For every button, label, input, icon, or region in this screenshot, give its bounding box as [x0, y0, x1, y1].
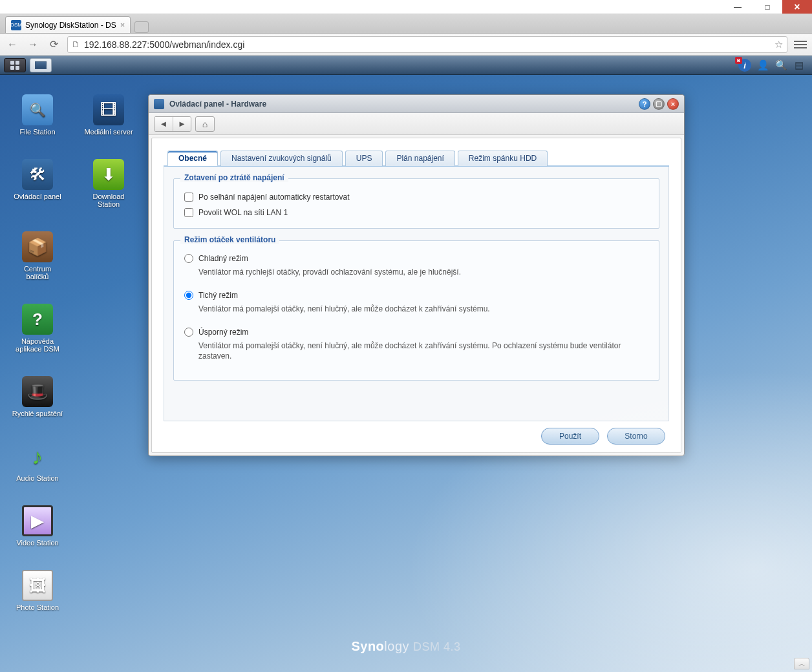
checkbox-wol[interactable]: Povolit WOL na síti LAN 1 — [183, 205, 650, 220]
desktop-icon-file-station[interactable]: File Station — [12, 94, 63, 136]
legend-power-recovery: Zotavení po ztrátě napájení — [180, 173, 288, 182]
window-close-button[interactable]: × — [667, 98, 679, 110]
desktop-icon-media-server[interactable]: 🎞Mediální server — [83, 94, 134, 136]
nav-group: ◄ ► — [154, 116, 191, 132]
photo-station-icon: 🖼 — [22, 570, 53, 601]
settings-tabbar: ObecnéNastavení zvukových signálůUPSPlán… — [164, 150, 669, 167]
widgets-button[interactable]: ▤ — [790, 58, 808, 72]
desktop-icon-dsm-help[interactable]: ?Nápověda aplikace DSM — [12, 304, 63, 353]
tab-title: Synology DiskStation - DS — [25, 21, 116, 30]
photo-station-label: Photo Station — [16, 604, 59, 611]
video-station-label: Video Station — [16, 539, 58, 547]
package-center-icon: 📦 — [22, 231, 53, 262]
info-icon: i B — [738, 59, 751, 72]
back-button[interactable]: ← — [5, 37, 19, 52]
window-titlebar[interactable]: Ovládací panel - Hardware ? ▢ × — [149, 95, 684, 113]
fieldset-fan-mode: Režim otáček ventilátoru Chladný režim V… — [173, 240, 659, 381]
dsm-taskbar: i B 👤 🔍 ▤ — [0, 56, 812, 75]
page-icon: 🗋 — [72, 39, 80, 49]
os-minimize-button[interactable]: — — [723, 0, 753, 14]
tab-0[interactable]: Obecné — [167, 151, 218, 166]
os-titlebar: — □ × — [0, 0, 812, 14]
radio-eco-mode-input[interactable] — [184, 328, 193, 337]
radio-cool-mode[interactable]: Chladný režim — [184, 254, 648, 263]
window-toolbar: ◄ ► ⌂ — [149, 113, 684, 135]
package-center-label: Centrum balíčků — [12, 265, 63, 280]
browser-tab[interactable]: DSM Synology DiskStation - DS × — [5, 16, 131, 33]
grid-icon — [10, 61, 19, 70]
radio-quiet-mode[interactable]: Tichý režim — [184, 291, 648, 300]
dsm-help-label: Nápověda aplikace DSM — [12, 337, 63, 353]
cancel-button[interactable]: Storno — [607, 428, 665, 445]
control-panel-window: Ovládací panel - Hardware ? ▢ × ◄ ► ⌂ Ob… — [148, 94, 685, 456]
desktop-icon-package-center[interactable]: 📦Centrum balíčků — [12, 231, 63, 280]
browser-menu-button[interactable] — [794, 41, 807, 48]
desktop-icon-audio-station[interactable]: ♪Audio Station — [12, 441, 63, 482]
forward-button[interactable]: → — [26, 37, 40, 52]
tab-close-icon[interactable]: × — [120, 20, 125, 30]
desktop-icon-video-station[interactable]: ▶Video Station — [12, 505, 63, 547]
brand-footer: SynologyDSM 4.3 — [351, 639, 460, 654]
reload-button[interactable]: ⟳ — [47, 37, 61, 52]
desktop-icon-quick-start[interactable]: 🎩Rychlé spuštění — [12, 376, 63, 417]
control-panel-icon — [35, 61, 47, 69]
radio-cool-mode-input[interactable] — [184, 254, 193, 263]
desktop-icon-photo-station[interactable]: 🖼Photo Station — [12, 570, 63, 611]
apply-button[interactable]: Použít — [541, 428, 599, 445]
user-icon: 👤 — [757, 59, 769, 71]
search-icon: 🔍 — [775, 59, 787, 71]
window-body: ObecnéNastavení zvukových signálůUPSPlán… — [151, 138, 681, 453]
tab-2[interactable]: UPS — [345, 151, 383, 166]
radio-eco-mode-label: Úsporný režim — [198, 328, 248, 337]
user-button[interactable]: 👤 — [754, 58, 772, 72]
radio-quiet-mode-label: Tichý režim — [198, 291, 238, 300]
desktop-icon-control-panel[interactable]: 🛠Ovládací panel — [12, 159, 63, 208]
tab-panel-general: Zotavení po ztrátě napájení Po selhání n… — [164, 167, 669, 421]
control-panel-icon: 🛠 — [22, 159, 53, 190]
bookmark-star-icon[interactable]: ☆ — [775, 39, 783, 50]
pilot-view-icon: ▤ — [795, 59, 804, 71]
window-help-button[interactable]: ? — [639, 98, 650, 110]
nav-back-button[interactable]: ◄ — [155, 117, 173, 131]
audio-station-icon: ♪ — [22, 441, 53, 472]
nav-home-button[interactable]: ⌂ — [195, 116, 215, 132]
radio-cool-mode-desc: Ventilátor má rychlejší otáčky, provádí … — [184, 263, 648, 286]
file-station-icon — [22, 94, 53, 125]
radio-quiet-mode-input[interactable] — [184, 291, 193, 300]
browser-tabstrip: DSM Synology DiskStation - DS × — [0, 14, 812, 34]
media-server-label: Mediální server — [84, 128, 133, 136]
checkbox-auto-restart[interactable]: Po selhání napájení automaticky restarto… — [183, 189, 650, 205]
browser-toolbar: ← → ⟳ 🗋 192.168.88.227:5000/webman/index… — [0, 34, 812, 56]
media-server-icon: 🎞 — [93, 94, 124, 125]
checkbox-auto-restart-label: Po selhání napájení automaticky restarto… — [198, 193, 349, 202]
radio-eco-mode[interactable]: Úsporný režim — [184, 328, 648, 337]
tab-1[interactable]: Nastavení zvukových signálů — [220, 151, 343, 166]
checkbox-wol-input[interactable] — [184, 208, 193, 217]
tab-4[interactable]: Režim spánku HDD — [458, 151, 548, 166]
radio-quiet-mode-desc: Ventilátor má pomalejší otáčky, není hlu… — [184, 300, 648, 322]
os-maximize-button[interactable]: □ — [753, 0, 782, 14]
download-station-label: Download Station — [83, 193, 134, 208]
checkbox-auto-restart-input[interactable] — [184, 193, 193, 202]
window-maximize-button[interactable]: ▢ — [653, 98, 665, 110]
notifications-button[interactable]: i B — [736, 58, 754, 72]
new-tab-button[interactable] — [134, 21, 149, 33]
show-desktop-button[interactable]: ︿ — [794, 658, 809, 669]
window-icon — [154, 99, 164, 109]
tab-favicon: DSM — [11, 20, 21, 30]
url-text: 192.168.88.227:5000/webman/index.cgi — [84, 39, 244, 50]
desktop-icon-download-station[interactable]: ⬇Download Station — [83, 159, 134, 208]
search-button[interactable]: 🔍 — [772, 58, 790, 72]
main-menu-button[interactable] — [4, 58, 26, 72]
tab-3[interactable]: Plán napájení — [385, 151, 454, 166]
radio-cool-mode-label: Chladný režim — [198, 254, 248, 263]
os-close-button[interactable]: × — [782, 0, 812, 14]
window-title: Ovládací panel - Hardware — [169, 100, 266, 109]
dsm-help-icon: ? — [22, 304, 53, 335]
address-bar[interactable]: 🗋 192.168.88.227:5000/webman/index.cgi ☆ — [67, 36, 787, 53]
taskbar-app-control-panel[interactable] — [30, 58, 52, 72]
dsm-desktop[interactable]: File Station🎞Mediální server🛠Ovládací pa… — [0, 75, 812, 672]
nav-forward-button[interactable]: ► — [173, 117, 191, 131]
audio-station-label: Audio Station — [16, 474, 58, 482]
quick-start-icon: 🎩 — [22, 376, 53, 407]
